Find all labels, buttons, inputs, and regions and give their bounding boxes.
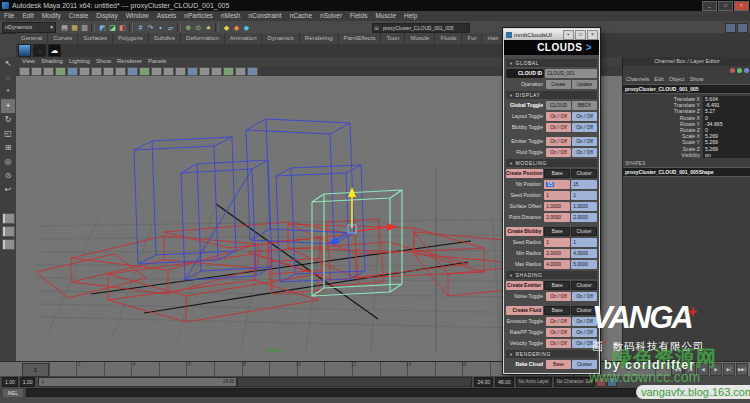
resolution-gate-icon[interactable] bbox=[127, 67, 138, 76]
channel-box-menu-object[interactable]: Object bbox=[669, 75, 685, 84]
timeline-frame-10[interactable]: 10 bbox=[270, 362, 298, 377]
input-connections-icon[interactable]: ⊕ bbox=[184, 23, 193, 32]
snap-point-icon[interactable]: • bbox=[156, 23, 165, 32]
menu-fields[interactable]: Fields bbox=[346, 11, 371, 21]
section-shading[interactable]: ▼SHADING bbox=[506, 271, 597, 279]
shelf-tab-subdivs[interactable]: Subdivs bbox=[149, 33, 181, 44]
max-radius-base-field[interactable]: 4.0000 bbox=[544, 260, 570, 269]
transform-node-name[interactable]: proxyCluster_CLOUD_001_005 bbox=[623, 84, 750, 94]
menu-file[interactable]: File bbox=[0, 11, 18, 21]
shelf-tab-surfaces[interactable]: Surfaces bbox=[78, 33, 113, 44]
step-back-key-button[interactable]: |◀ bbox=[684, 363, 696, 376]
timeline-frame-23[interactable] bbox=[629, 362, 657, 377]
anim-layer-menu[interactable]: No Anim Layer bbox=[516, 377, 552, 387]
shelf-tab-muscle[interactable]: Muscle bbox=[405, 33, 435, 44]
shelf-tab-fluids[interactable]: Fluids bbox=[435, 33, 462, 44]
timeline-frame-5[interactable] bbox=[132, 362, 160, 377]
menu-nconstraint[interactable]: nConstraint bbox=[244, 11, 285, 21]
textured-icon[interactable] bbox=[211, 67, 222, 76]
fluid-toggle-cluster-toggle[interactable]: On / Off bbox=[572, 148, 597, 157]
show-manipulator-tool[interactable]: ⊙ bbox=[1, 169, 15, 183]
animation-end-field[interactable]: 48.00 bbox=[495, 377, 514, 387]
select-tool[interactable]: ↖ bbox=[1, 57, 15, 71]
blobby-toggle-base-toggle[interactable]: On / Off bbox=[546, 123, 571, 132]
menu-window[interactable]: Window bbox=[122, 11, 153, 21]
fluid-shelf-icon[interactable] bbox=[18, 44, 31, 57]
menu-ncache[interactable]: nCache bbox=[286, 11, 316, 21]
shelf-tab-polygons[interactable]: Polygons bbox=[113, 33, 149, 44]
fluid-toggle-base-toggle[interactable]: On / Off bbox=[546, 148, 571, 157]
timeline-frame-17[interactable] bbox=[463, 362, 491, 377]
layout-toggle-base-toggle[interactable]: On / Off bbox=[546, 112, 571, 121]
seed-radius-base-field[interactable]: 1 bbox=[544, 238, 570, 247]
section-global[interactable]: ▼GLOBAL bbox=[506, 59, 597, 67]
panel-menu-lighting[interactable]: Lighting bbox=[66, 57, 93, 66]
seed-position-base-field[interactable]: 1 bbox=[544, 191, 570, 200]
camera-attributes-icon[interactable] bbox=[43, 67, 54, 76]
ratepp-toggle-cluster-toggle[interactable]: On / Off bbox=[572, 328, 597, 337]
emitter-toggle-cluster-toggle[interactable]: On / Off bbox=[572, 137, 597, 146]
section-modeling[interactable]: ▼MODELING bbox=[506, 159, 597, 167]
new-scene-icon[interactable]: ▤ bbox=[60, 23, 69, 32]
last-tool[interactable]: ↩ bbox=[1, 183, 15, 197]
timeline-frame-12[interactable]: 12 bbox=[325, 362, 353, 377]
menu-assets[interactable]: Assets bbox=[153, 11, 181, 21]
ratepp-toggle-base-toggle[interactable]: On / Off bbox=[546, 328, 571, 337]
create-fluid-cluster-button[interactable]: Cluster bbox=[571, 306, 597, 315]
cloud-id-field[interactable]: CLOUD_001 bbox=[545, 69, 597, 78]
timeline-frame-9[interactable] bbox=[243, 362, 271, 377]
go-to-start-button[interactable]: |◀◀ bbox=[671, 363, 683, 376]
shelf-tab-animation[interactable]: Animation bbox=[225, 33, 263, 44]
clouds-close-button[interactable]: × bbox=[587, 30, 598, 40]
panel-menu-show[interactable]: Show bbox=[93, 57, 114, 66]
timeline-frame-14[interactable]: 14 bbox=[381, 362, 409, 377]
select-component-icon[interactable]: ◧ bbox=[118, 23, 127, 32]
timeline-frame-4[interactable]: 4 bbox=[105, 362, 133, 377]
image-plane-icon[interactable] bbox=[67, 67, 78, 76]
timeline-frame-16[interactable]: 16 bbox=[436, 362, 464, 377]
menu-nmesh[interactable]: nMesh bbox=[217, 11, 245, 21]
shelf-tab-toon[interactable]: Toon bbox=[381, 33, 405, 44]
create-fluid-base-button[interactable]: Base bbox=[544, 306, 570, 315]
shelf-tab-painteffects[interactable]: PaintEffects bbox=[339, 33, 382, 44]
velocity-toggle-base-toggle[interactable]: On / Off bbox=[546, 339, 571, 348]
selection-name-field[interactable]: ⊞ proxyCluster_CLOUD_001_005 bbox=[372, 23, 470, 33]
select-object-icon[interactable]: ◪ bbox=[108, 23, 117, 32]
close-button[interactable]: × bbox=[734, 1, 749, 11]
shape-node-name[interactable]: proxyCluster_CLOUD_001_005Shape bbox=[623, 167, 750, 177]
snap-grid-icon[interactable]: # bbox=[136, 23, 145, 32]
noise-toggle-cluster-toggle[interactable]: On / Off bbox=[572, 292, 597, 301]
menu-create[interactable]: Create bbox=[65, 11, 93, 21]
hyperbolic-icon[interactable] bbox=[744, 68, 749, 73]
min-radius-base-field[interactable]: 2.0000 bbox=[544, 249, 570, 258]
clouds-minimize-button[interactable]: ▪ bbox=[563, 30, 574, 40]
open-scene-icon[interactable]: ▦ bbox=[70, 23, 79, 32]
bookmarks-icon[interactable] bbox=[55, 67, 66, 76]
create-position-base-button[interactable]: Base bbox=[544, 169, 570, 178]
shelf-tab-hair[interactable]: Hair bbox=[482, 33, 504, 44]
persp-outliner-layout-button[interactable] bbox=[2, 239, 15, 250]
max-radius-cluster-field[interactable]: 5.0000 bbox=[571, 260, 597, 269]
rotate-tool[interactable]: ↻ bbox=[1, 113, 15, 127]
channel-box-menu-edit[interactable]: Edit bbox=[654, 75, 663, 84]
auto-keyframe-icon[interactable] bbox=[596, 377, 606, 387]
construction-history-icon[interactable]: ★ bbox=[204, 23, 213, 32]
emission-toggle-base-toggle[interactable]: On / Off bbox=[546, 317, 571, 326]
panel-menu-shading[interactable]: Shading bbox=[38, 57, 66, 66]
field-chart-icon[interactable] bbox=[151, 67, 162, 76]
menu-muscle[interactable]: Muscle bbox=[371, 11, 400, 21]
snap-plane-icon[interactable]: ▱ bbox=[166, 23, 175, 32]
scale-tool[interactable]: ◱ bbox=[1, 127, 15, 141]
bake-cloud-cluster-button[interactable]: Cluster bbox=[572, 360, 597, 369]
channel-box-menu-channels[interactable]: Channels bbox=[626, 75, 649, 84]
menu-edit[interactable]: Edit bbox=[18, 11, 37, 21]
playback-end-field[interactable]: 24.00 bbox=[474, 377, 493, 387]
create-blobby-cluster-button[interactable]: Cluster bbox=[571, 227, 597, 236]
surface-offset-cluster-field[interactable]: 1.0000 bbox=[571, 202, 597, 211]
shelf-tab-deformation[interactable]: Deformation bbox=[181, 33, 225, 44]
clouds-window-titlebar[interactable]: mmbCloudsUI ▪□× bbox=[504, 29, 599, 40]
shaded-icon[interactable] bbox=[199, 67, 210, 76]
timeline-frame-8[interactable]: 8 bbox=[215, 362, 243, 377]
point-distance-base-field[interactable]: 2.0000 bbox=[544, 213, 570, 222]
render-icon[interactable]: ◆ bbox=[222, 23, 231, 32]
